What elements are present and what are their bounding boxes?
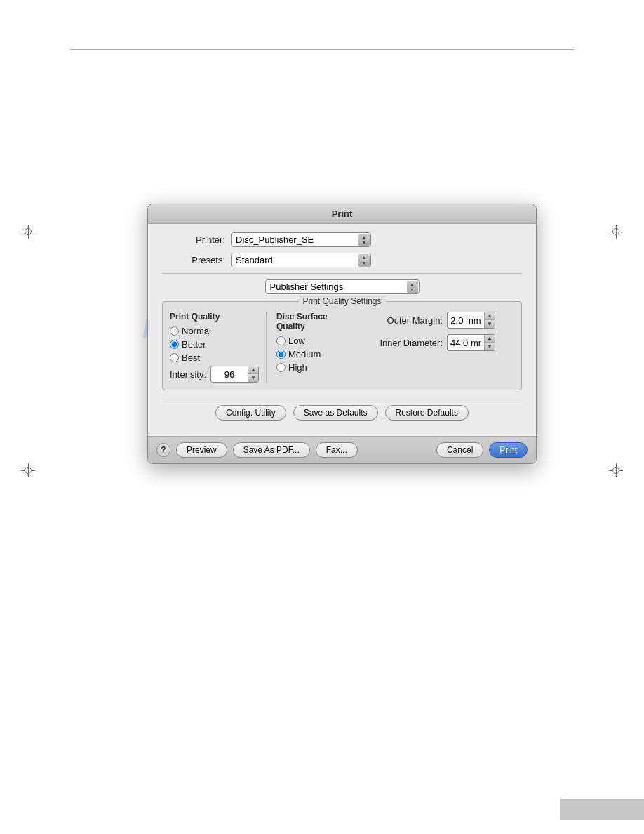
publisher-settings-select[interactable]: Publisher Settings bbox=[265, 279, 420, 294]
publisher-settings-row: Publisher Settings bbox=[162, 279, 522, 294]
radio-normal-row[interactable]: Normal bbox=[170, 326, 259, 336]
save-as-defaults-button[interactable]: Save as Defaults bbox=[293, 405, 378, 421]
crosshair-circle bbox=[612, 228, 619, 235]
pqs-legend: Print Quality Settings bbox=[298, 296, 385, 306]
crosshair-bottom-right bbox=[609, 463, 623, 477]
intensity-up-button[interactable]: ▲ bbox=[248, 366, 258, 374]
action-buttons-row: Config. Utility Save as Defaults Restore… bbox=[162, 399, 522, 428]
help-button[interactable]: ? bbox=[156, 443, 170, 457]
margins-column: Outer Margin: ▲ ▼ Inner Diameter: bbox=[358, 312, 514, 383]
dialog-title: Print bbox=[332, 208, 353, 219]
intensity-label: Intensity: bbox=[170, 369, 206, 380]
print-button[interactable]: Print bbox=[489, 442, 528, 458]
separator-1 bbox=[162, 273, 522, 274]
presets-label: Presets: bbox=[162, 255, 225, 265]
crosshair-top-left bbox=[21, 225, 35, 239]
inner-diameter-down-button[interactable]: ▼ bbox=[485, 343, 495, 350]
preview-button[interactable]: Preview bbox=[176, 442, 227, 458]
pqs-inner: Print Quality Normal Better Best bbox=[170, 312, 514, 383]
outer-margin-input[interactable] bbox=[448, 314, 484, 327]
save-as-pdf-button[interactable]: Save As PDF... bbox=[233, 442, 310, 458]
crosshair-circle bbox=[25, 228, 32, 235]
crosshair-circle bbox=[612, 467, 619, 474]
printer-select[interactable]: Disc_Publisher_SE bbox=[231, 232, 371, 247]
presets-select[interactable]: Standard bbox=[231, 253, 371, 267]
disc-surface-quality-column: Disc Surface Quality Low Medium High bbox=[267, 312, 358, 383]
fax-button[interactable]: Fax... bbox=[316, 442, 358, 458]
outer-margin-spinner-buttons: ▲ ▼ bbox=[484, 312, 495, 328]
radio-medium-row[interactable]: Medium bbox=[276, 349, 358, 359]
inner-diameter-row: Inner Diameter: ▲ ▼ bbox=[369, 334, 514, 351]
crosshair-top-right bbox=[609, 225, 623, 239]
inner-diameter-spinner: ▲ ▼ bbox=[447, 334, 495, 351]
radio-high[interactable] bbox=[276, 363, 286, 372]
print-quality-settings-panel: Print Quality Settings Print Quality Nor… bbox=[162, 301, 522, 390]
dialog-body: Printer: Disc_Publisher_SE Presets: Stan… bbox=[148, 224, 536, 436]
inner-diameter-label: Inner Diameter: bbox=[369, 338, 443, 348]
intensity-spinner: ▲ ▼ bbox=[210, 366, 259, 383]
printer-label: Printer: bbox=[162, 234, 225, 245]
outer-margin-label: Outer Margin: bbox=[369, 315, 443, 326]
intensity-row: Intensity: ▲ ▼ bbox=[170, 366, 259, 383]
print-quality-title: Print Quality bbox=[170, 312, 259, 322]
intensity-down-button[interactable]: ▼ bbox=[248, 374, 258, 382]
config-utility-button[interactable]: Config. Utility bbox=[215, 405, 286, 421]
crosshair-bottom-left bbox=[21, 463, 35, 477]
radio-low[interactable] bbox=[276, 336, 286, 345]
presets-row: Presets: Standard bbox=[162, 253, 522, 267]
intensity-spinner-buttons: ▲ ▼ bbox=[248, 366, 258, 382]
inner-diameter-spinner-buttons: ▲ ▼ bbox=[484, 335, 495, 350]
radio-best[interactable] bbox=[170, 353, 179, 362]
print-dialog: Print Printer: Disc_Publisher_SE Presets… bbox=[147, 204, 537, 464]
radio-medium-label: Medium bbox=[288, 349, 321, 359]
outer-margin-up-button[interactable]: ▲ bbox=[485, 312, 495, 320]
outer-margin-row: Outer Margin: ▲ ▼ bbox=[369, 312, 514, 329]
radio-normal-label: Normal bbox=[182, 326, 211, 336]
intensity-input[interactable] bbox=[211, 368, 248, 381]
radio-better-label: Better bbox=[182, 339, 206, 350]
inner-diameter-input[interactable] bbox=[448, 336, 484, 350]
inner-diameter-up-button[interactable]: ▲ bbox=[485, 335, 495, 343]
publisher-settings-select-wrapper: Publisher Settings bbox=[265, 279, 420, 294]
dsq-title: Disc Surface Quality bbox=[276, 312, 358, 331]
radio-low-label: Low bbox=[288, 336, 305, 346]
crosshair-circle bbox=[25, 467, 32, 474]
outer-margin-down-button[interactable]: ▼ bbox=[485, 320, 495, 328]
radio-better[interactable] bbox=[170, 340, 179, 349]
printer-row: Printer: Disc_Publisher_SE bbox=[162, 232, 522, 247]
radio-best-row[interactable]: Best bbox=[170, 352, 259, 363]
dialog-titlebar: Print bbox=[148, 204, 536, 224]
radio-normal[interactable] bbox=[170, 326, 179, 336]
radio-medium[interactable] bbox=[276, 350, 286, 359]
dialog-bottombar: ? Preview Save As PDF... Fax... Cancel P… bbox=[148, 436, 536, 463]
restore-defaults-button[interactable]: Restore Defaults bbox=[385, 405, 469, 421]
radio-best-label: Best bbox=[182, 352, 200, 363]
radio-better-row[interactable]: Better bbox=[170, 339, 259, 350]
radio-high-label: High bbox=[288, 362, 307, 373]
cancel-button[interactable]: Cancel bbox=[436, 442, 483, 458]
print-quality-column: Print Quality Normal Better Best bbox=[170, 312, 267, 383]
radio-high-row[interactable]: High bbox=[276, 362, 358, 373]
presets-select-wrapper: Standard bbox=[231, 253, 371, 267]
outer-margin-spinner: ▲ ▼ bbox=[447, 312, 495, 329]
printer-select-wrapper: Disc_Publisher_SE bbox=[231, 232, 371, 247]
radio-low-row[interactable]: Low bbox=[276, 336, 358, 346]
page-top-line bbox=[70, 49, 574, 50]
page-number-area bbox=[560, 799, 644, 820]
